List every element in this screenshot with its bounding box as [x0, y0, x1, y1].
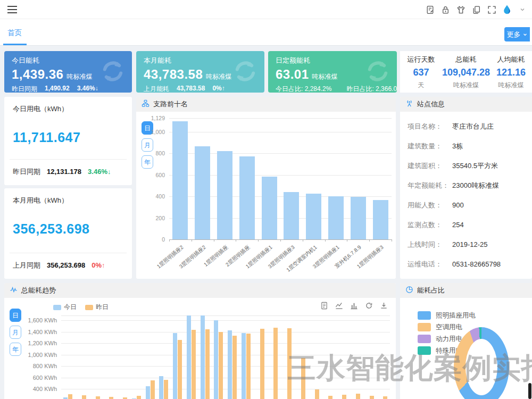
kpi-card-today-energy: 今日能耗 1,439.36 吨标准煤 昨日同期 1,490.92 3.46%↓ [4, 51, 132, 93]
refresh-arrows-icon [98, 56, 128, 88]
today-power-card: 今日用电（kWh） 11,711.647 昨日同期 12,131.178 3.4… [4, 97, 132, 185]
axis-tick [236, 239, 236, 242]
gridline [169, 118, 392, 119]
bar-yesterday [301, 358, 305, 399]
site-info-row: 项目名称：枣庄市台儿庄 [400, 117, 532, 136]
scrollbar-thumb[interactable] [528, 383, 531, 399]
bar-yesterday [96, 396, 100, 399]
panel-title: 能耗占比 [417, 286, 445, 295]
gridline [61, 378, 390, 378]
bar-yesterday [246, 334, 251, 399]
axis-tick [169, 239, 170, 242]
bar-yesterday [315, 389, 319, 399]
axis-tick [192, 239, 192, 242]
site-row-value: 3栋 [452, 142, 463, 151]
stat-unit: 天 [400, 81, 442, 90]
legend-swatch [418, 323, 431, 331]
axis-tick [392, 239, 392, 242]
bar-chart-icon[interactable] [350, 301, 359, 310]
bar-yesterday [260, 329, 264, 399]
bar-yesterday [82, 395, 86, 399]
axis-tick [258, 239, 259, 242]
compare-label: 昨日同期 [13, 167, 40, 177]
site-row-value: 0531-82665798 [452, 260, 501, 268]
pie-legend-item-1[interactable]: 空调用电 [418, 321, 476, 333]
kpi-unit: 吨标准煤 [66, 72, 92, 81]
kpi-value: 43,783.58 [144, 67, 203, 82]
dashboard-page: 首页 更多 今日能耗 1,439.36 吨标准煤 昨日同期 1,490.92 3… [0, 0, 532, 399]
period-button-日[interactable]: 日 [10, 309, 21, 322]
branch-top10-panel: 支路前十名 日月年 02004006008001,0001,1291层照明插座2… [136, 97, 396, 279]
legend-swatch [418, 311, 431, 320]
y-tick-label: 1,129 [151, 115, 165, 121]
summary-stats: 运行天数637天总能耗109,047.28吨标准煤人均能耗121.16吨标准煤 [400, 51, 532, 93]
site-info-row: 运维电话：0531-82665798 [400, 254, 532, 274]
topbar-icons [425, 0, 528, 19]
refresh-arrows-icon [363, 56, 393, 88]
site-info-row: 建筑数量：3栋 [400, 136, 532, 156]
user-chevron-down-icon[interactable] [517, 4, 528, 15]
panel-title: 支路前十名 [153, 99, 188, 109]
y-tick-label: 800 KWh [33, 363, 57, 369]
y-tick-label: 1,000 [151, 129, 165, 135]
more-tabs-button[interactable]: 更多 [504, 27, 530, 41]
site-info-row: 用能人数：900 [400, 195, 532, 215]
bar-branch [195, 146, 210, 239]
site-row-value: 35540.5平方米 [452, 161, 498, 171]
period-button-月[interactable]: 月 [142, 138, 153, 152]
site-row-label: 项目名称： [408, 122, 452, 131]
period-button-年[interactable]: 年 [10, 343, 21, 356]
copy-icon[interactable] [471, 4, 481, 15]
stat-value: 121.16 [490, 67, 532, 78]
stat-1: 总能耗109,047.28吨标准煤 [442, 51, 490, 93]
axis-tick [303, 239, 303, 242]
period-button-月[interactable]: 月 [10, 326, 21, 339]
site-row-label: 用能人数： [408, 201, 452, 210]
pie-legend-item-0[interactable]: 照明插座用电 [418, 310, 476, 321]
line-chart-icon[interactable] [335, 301, 344, 310]
kpi-sub-value: 43,783.58 [177, 85, 205, 93]
y-tick-label: 1,400 KWh [28, 329, 57, 335]
site-row-label: 运维电话： [408, 260, 452, 269]
stat-label: 总能耗 [442, 55, 490, 64]
energy-share-panel: 能耗占比 照明插座用电空调用电动力用电特殊用电 [400, 283, 532, 399]
log-edit-icon[interactable] [425, 4, 435, 15]
bar-yesterday [342, 395, 346, 399]
bar-yesterday [273, 328, 278, 399]
kpi-card-daily-quota-energy: 日定额能耗 63.01 吨标准煤 今日占比: 2,284.2% 昨日占比: 2,… [268, 51, 397, 93]
chart-toolbox [320, 301, 388, 310]
period-button-年[interactable]: 年 [142, 155, 153, 169]
legend-item-昨日[interactable]: 昨日 [85, 303, 109, 312]
month-power-value: 356,253.698 [4, 205, 132, 237]
refresh-icon[interactable] [364, 301, 373, 310]
stat-unit: 吨标准煤 [442, 81, 490, 90]
tab-bar: 首页 更多 [0, 19, 532, 46]
y-tick-label: 0 [162, 236, 165, 243]
site-info-row: 年定额能耗：23000吨标准煤 [400, 176, 532, 195]
gridline [61, 366, 390, 367]
bar-today [242, 333, 246, 399]
lock-icon[interactable] [440, 4, 451, 15]
app-logo-icon[interactable] [502, 4, 512, 15]
antenna-icon [405, 99, 413, 109]
branch-top10-chart: 02004006008001,0001,1291层照明插座23层照明插座21层照… [169, 118, 392, 239]
refresh-arrows-icon [230, 56, 260, 88]
menu-toggle-icon[interactable] [7, 6, 17, 15]
panel-title: 站点信息 [417, 99, 445, 109]
bar-yesterday [232, 336, 237, 399]
divider [10, 253, 127, 253]
bar-yesterday [137, 396, 141, 399]
bar-yesterday [370, 396, 374, 399]
tab-home[interactable]: 首页 [7, 28, 22, 38]
stat-label: 运行天数 [400, 55, 442, 64]
legend-item-今日[interactable]: 今日 [53, 303, 77, 312]
legend-swatch [53, 305, 61, 310]
theme-shirt-icon[interactable] [455, 4, 466, 15]
fullscreen-icon[interactable] [486, 4, 497, 15]
download-icon[interactable] [379, 301, 388, 310]
legend-swatch [418, 346, 431, 355]
y-tick-label: 400 [155, 193, 165, 200]
data-view-icon[interactable] [320, 301, 329, 310]
panel-title: 今日用电（kWh） [4, 97, 132, 114]
bar-branch [328, 196, 344, 239]
